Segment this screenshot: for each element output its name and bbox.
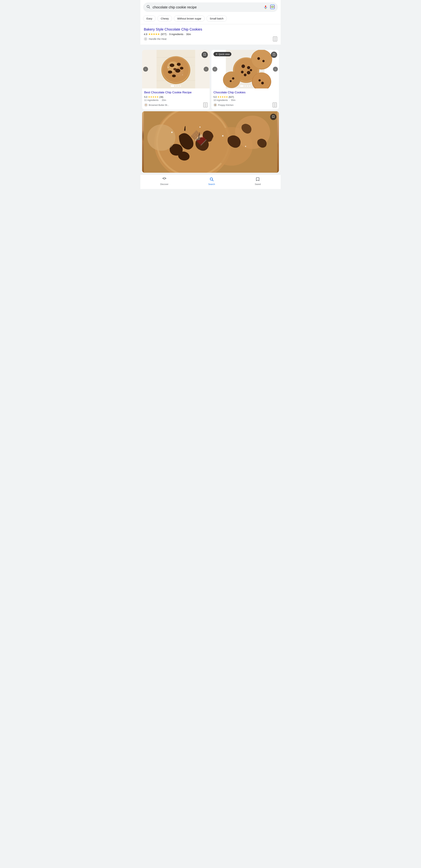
card2-bookmark[interactable] xyxy=(271,52,277,58)
nav-saved[interactable]: Saved xyxy=(255,177,261,186)
bookmark-icon xyxy=(203,53,206,57)
card2-stars: ★★★★★ xyxy=(217,95,228,98)
card2-dot-2 xyxy=(245,85,246,87)
search-icon xyxy=(146,5,150,10)
recipe-card-1[interactable]: ‹ › Best Chocolate Chip Cookie Recipe 5.… xyxy=(142,50,209,110)
card2-carousel-dots xyxy=(240,85,250,87)
large-cookie-svg xyxy=(142,111,279,173)
svg-point-33 xyxy=(247,71,250,74)
svg-point-37 xyxy=(252,50,271,69)
featured-dot-sep2: · xyxy=(184,33,185,36)
search-bar[interactable]: chocolate chip cookie recipe xyxy=(143,2,278,12)
card1-bookmark[interactable] xyxy=(201,52,208,58)
svg-point-44 xyxy=(223,71,240,88)
card1-image-wrap: ‹ › xyxy=(142,50,209,88)
recipe-card-2[interactable]: Quick view ‹ › xyxy=(212,50,279,110)
chip-easy[interactable]: Easy xyxy=(143,16,156,22)
discover-label: Discover xyxy=(160,183,169,186)
chip-chewy[interactable]: Chewy xyxy=(157,16,172,22)
card2-favicon xyxy=(214,103,217,107)
card2-dot-1 xyxy=(240,85,244,87)
featured-ingredients: 9 ingredients xyxy=(169,33,183,36)
chip-small-batch[interactable]: Small batch xyxy=(206,16,227,22)
card1-time: 20m xyxy=(162,99,166,101)
svg-point-30 xyxy=(241,65,245,68)
featured-more-options[interactable]: ⋮ xyxy=(273,36,277,41)
large-cookie-card[interactable] xyxy=(142,111,279,173)
card2-reviews: (627) xyxy=(229,96,234,98)
card1-title[interactable]: Best Chocolate Chip Cookie Recipe xyxy=(144,91,207,94)
svg-point-5 xyxy=(272,6,273,7)
search-bar-section: chocolate chip cookie recipe xyxy=(140,0,281,14)
card1-carousel-dots xyxy=(171,85,181,87)
svg-point-20 xyxy=(172,74,176,77)
card1-prev-arrow[interactable]: ‹ xyxy=(143,67,148,71)
card1-cookie-image xyxy=(142,50,209,88)
svg-point-55 xyxy=(171,132,172,133)
svg-point-46 xyxy=(230,80,232,82)
svg-line-60 xyxy=(213,180,214,181)
card2-dot-4 xyxy=(249,85,250,87)
featured-rating: 4.9 xyxy=(144,33,147,36)
section-separator xyxy=(140,46,281,48)
svg-point-52 xyxy=(148,124,175,151)
featured-reviews: (977) xyxy=(161,33,166,36)
featured-result-meta: 4.9 ★★★★★ (977) · 9 ingredients · 30m xyxy=(144,32,277,36)
card2-title[interactable]: Chocolate Chip Cookies xyxy=(214,91,277,94)
card2-image-wrap: Quick view ‹ › xyxy=(212,50,279,88)
svg-point-43 xyxy=(261,82,264,85)
search-input[interactable]: chocolate chip cookie recipe xyxy=(153,5,261,9)
mic-icon[interactable] xyxy=(263,5,268,9)
svg-point-56 xyxy=(199,127,200,128)
nav-search[interactable]: Search xyxy=(208,177,215,186)
card2-more-options[interactable]: ⋮ xyxy=(272,102,277,107)
lens-icon[interactable] xyxy=(270,5,275,10)
card1-more-options[interactable]: ⋮ xyxy=(203,102,207,107)
svg-point-35 xyxy=(250,69,252,71)
recipe-cards-section: ‹ › Best Chocolate Chip Cookie Recipe 5.… xyxy=(140,48,281,175)
svg-point-17 xyxy=(177,63,181,66)
svg-point-31 xyxy=(247,66,250,69)
svg-point-39 xyxy=(262,60,264,62)
quick-view-label: Quick view xyxy=(219,53,230,56)
card1-ingredients: 11 ingredients xyxy=(144,99,159,101)
featured-result-title[interactable]: Bakery Style Chocolate Chip Cookies xyxy=(144,27,277,31)
card2-next-arrow[interactable]: › xyxy=(273,67,278,71)
dot-2 xyxy=(175,85,176,87)
svg-point-23 xyxy=(168,67,168,68)
card2-prev-arrow[interactable]: ‹ xyxy=(213,67,217,71)
featured-stars: ★★★★★ xyxy=(148,32,160,36)
svg-point-24 xyxy=(182,74,183,75)
card1-rating: 5.0 xyxy=(144,96,148,98)
search-nav-icon xyxy=(209,177,214,182)
svg-point-25 xyxy=(145,104,147,106)
card2-info: Chocolate Chip Cookies 5.0 ★★★★★ (627) 1… xyxy=(212,88,279,110)
card1-source-name: Browned Butter Bl... xyxy=(149,104,169,106)
featured-source: Handle the Heat xyxy=(144,37,166,41)
svg-point-57 xyxy=(222,135,224,136)
nav-discover[interactable]: Discover xyxy=(160,177,169,186)
filter-chips: Easy Chewy Without brown sugar Small bat… xyxy=(140,14,281,24)
source-favicon xyxy=(144,37,148,41)
large-card-bookmark-icon xyxy=(272,115,275,119)
large-cookie-image xyxy=(142,111,279,173)
quick-view-badge[interactable]: Quick view xyxy=(214,52,231,56)
svg-point-42 xyxy=(258,79,261,82)
discover-icon xyxy=(162,177,166,182)
svg-point-22 xyxy=(173,68,176,70)
card2-ingredients: 10 ingredients xyxy=(214,99,228,101)
card2-time: 55m xyxy=(231,99,235,101)
card1-source: Browned Butter Bl... xyxy=(144,103,169,107)
svg-point-58 xyxy=(245,146,246,147)
card2-dot-3 xyxy=(247,85,248,87)
svg-point-32 xyxy=(241,71,244,73)
card1-next-arrow[interactable]: › xyxy=(204,67,208,71)
svg-point-21 xyxy=(180,67,184,69)
svg-point-34 xyxy=(244,73,247,76)
featured-time: 30m xyxy=(186,33,191,36)
card2-source-name: Preppy Kitchen xyxy=(218,104,233,106)
large-card-bookmark[interactable] xyxy=(270,114,277,120)
card1-info: Best Chocolate Chip Cookie Recipe 5.0 ★★… xyxy=(142,88,209,110)
chip-without-brown-sugar[interactable]: Without brown sugar xyxy=(174,16,205,22)
card1-reviews: (38) xyxy=(159,96,163,98)
